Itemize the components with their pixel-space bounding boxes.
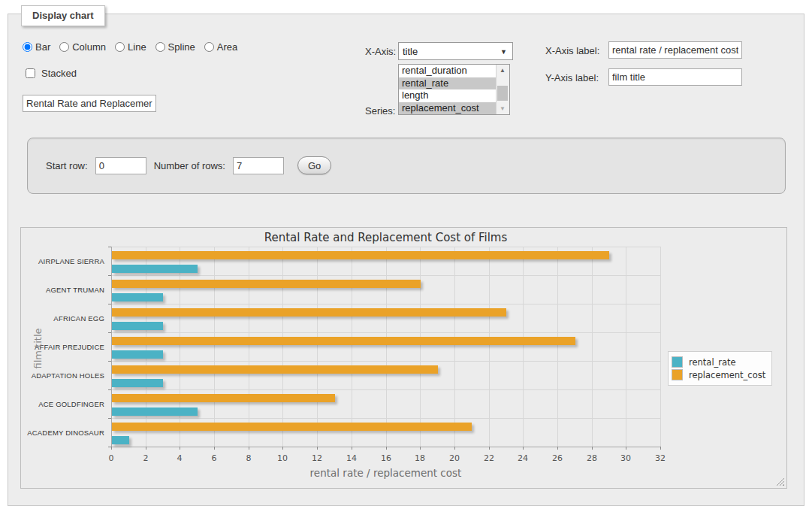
- gridline-vertical: [180, 247, 180, 447]
- x-tick-label: 12: [312, 453, 322, 463]
- x-tick: [660, 447, 661, 450]
- x-tick: [146, 447, 146, 450]
- bar-rental_rate: [112, 436, 129, 444]
- fieldset-legend-title: Display chart: [21, 5, 105, 26]
- radio-label-area[interactable]: Area: [204, 41, 237, 53]
- y-category-label: ACADEMY DINOSAUR: [22, 429, 104, 437]
- gridline-vertical: [420, 247, 421, 447]
- y-category-label: ADAPTATION HOLES: [22, 371, 104, 380]
- num-rows-input[interactable]: [233, 157, 284, 174]
- x-tick-label: 24: [518, 453, 528, 463]
- x-axis-selected-value: title: [403, 46, 418, 57]
- scrollbar-up-arrow-icon[interactable]: ▲: [497, 65, 509, 76]
- num-rows-label: Number of rows:: [154, 160, 225, 171]
- y-category-label: AFRICAN EGG: [22, 314, 104, 323]
- gridline-vertical: [660, 247, 661, 447]
- legend-entry: replacement_cost: [672, 369, 765, 380]
- y-axis-label-input[interactable]: [608, 68, 742, 86]
- y-tick: [108, 389, 111, 390]
- radio-line[interactable]: [115, 42, 125, 52]
- x-tick: [317, 447, 318, 450]
- gridline-vertical: [626, 247, 626, 447]
- stacked-label[interactable]: Stacked: [41, 68, 77, 79]
- gridline-vertical: [454, 247, 455, 447]
- x-axis-select[interactable]: title ▼: [398, 42, 513, 60]
- bar-rental_rate: [112, 293, 163, 301]
- select-dropdown-arrow-icon: ▼: [500, 48, 507, 56]
- gridline-horizontal: [111, 275, 660, 276]
- bar-rental_rate: [112, 407, 198, 416]
- radio-bar[interactable]: [23, 42, 32, 52]
- bar-rental_rate: [112, 379, 163, 387]
- chart-title-input[interactable]: [23, 95, 156, 112]
- bar-replacement_cost: [112, 394, 335, 402]
- gridline-horizontal: [111, 247, 660, 247]
- series-option-replacement_cost[interactable]: replacement_cost: [399, 102, 497, 115]
- y-axis-line: [111, 247, 112, 447]
- legend-swatch-replacement_cost: [672, 369, 683, 380]
- x-tick-label: 28: [587, 453, 597, 463]
- x-tick-label: 20: [449, 453, 460, 463]
- x-tick-label: 8: [246, 453, 252, 463]
- radio-label-bar[interactable]: Bar: [23, 41, 50, 53]
- start-row-input[interactable]: [95, 157, 146, 174]
- x-tick-label: 26: [552, 453, 563, 463]
- bar-replacement_cost: [112, 365, 438, 374]
- y-category-label: ACE GOLDFINGER: [22, 400, 104, 408]
- x-tick-label: 32: [655, 453, 666, 463]
- series-options: rental_durationrental_ratelengthreplacem…: [399, 65, 497, 114]
- stacked-checkbox[interactable]: [26, 68, 35, 78]
- go-button[interactable]: Go: [297, 156, 331, 174]
- x-tick-label: 4: [177, 453, 183, 463]
- radio-label-line[interactable]: Line: [115, 41, 146, 53]
- x-tick: [352, 447, 352, 450]
- radio-label-spline[interactable]: Spline: [155, 41, 195, 53]
- series-option-rental_duration[interactable]: rental_duration: [399, 65, 497, 77]
- y-axis-label-label: Y-Axis label:: [545, 72, 599, 83]
- chart-panel: Rental Rate and Replacement Cost of Film…: [20, 227, 787, 489]
- scrollbar-thumb[interactable]: [497, 86, 508, 101]
- row-range-panel: Start row: Number of rows: Go: [27, 138, 786, 194]
- x-tick-label: 22: [484, 453, 494, 463]
- x-tick: [523, 447, 524, 450]
- x-axis-label-label: X-Axis label:: [545, 45, 599, 56]
- start-row-label: Start row:: [46, 160, 88, 171]
- gridline-vertical: [523, 247, 524, 447]
- radio-spline[interactable]: [155, 42, 165, 52]
- x-tick: [249, 447, 249, 450]
- gridline-vertical: [214, 247, 215, 447]
- row-range-controls: Start row: Number of rows: Go: [46, 156, 331, 174]
- resize-handle[interactable]: [776, 477, 784, 486]
- radio-area[interactable]: [204, 42, 214, 52]
- radio-column[interactable]: [59, 42, 69, 52]
- series-listbox-scrollbar[interactable]: ▲ ▼: [496, 65, 509, 114]
- x-axis-select-label: X-Axis:: [365, 46, 396, 57]
- y-category-label: AGENT TRUMAN: [22, 286, 104, 294]
- y-category-label: AIRPLANE SIERRA: [22, 257, 104, 265]
- x-tick: [557, 447, 558, 450]
- x-tick: [454, 447, 455, 450]
- y-tick: [108, 418, 111, 419]
- plot-area: 02468101214161820222426283032AIRPLANE SI…: [111, 247, 660, 447]
- y-tick: [108, 361, 111, 362]
- series-option-length[interactable]: length: [399, 89, 497, 102]
- chart-type-radio-group: BarColumnLineSplineArea: [23, 41, 242, 53]
- series-option-rental_rate[interactable]: rental_rate: [399, 77, 497, 90]
- scrollbar-down-arrow-icon[interactable]: ▼: [497, 103, 509, 114]
- gridline-vertical: [282, 247, 283, 447]
- x-axis-label-input[interactable]: [608, 41, 742, 59]
- series-listbox[interactable]: rental_durationrental_ratelengthreplacem…: [398, 64, 510, 115]
- x-tick-label: 14: [346, 453, 357, 463]
- x-tick-label: 6: [212, 453, 217, 463]
- y-tick: [108, 275, 111, 276]
- x-tick: [111, 447, 112, 450]
- x-tick-label: 2: [143, 453, 149, 463]
- radio-label-column[interactable]: Column: [59, 41, 106, 53]
- stacked-checkbox-row: Stacked: [23, 66, 77, 80]
- gridline-horizontal: [111, 361, 660, 362]
- bar-replacement_cost: [112, 337, 575, 345]
- bar-rental_rate: [112, 350, 163, 359]
- gridline-vertical: [386, 247, 387, 447]
- gridline-vertical: [352, 247, 352, 447]
- x-tick-label: 18: [415, 453, 425, 463]
